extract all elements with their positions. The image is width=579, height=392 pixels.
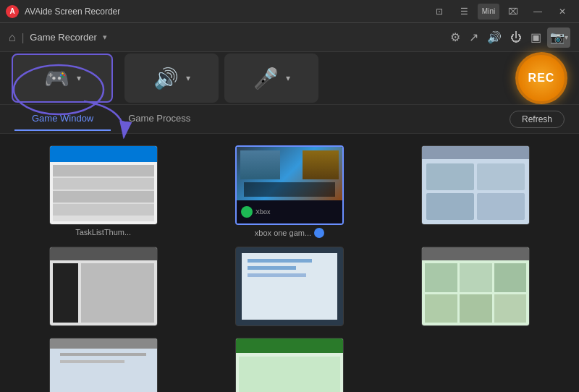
refresh-button[interactable]: Refresh xyxy=(510,111,565,128)
thumb-xbox: Xbox xyxy=(235,145,344,225)
thumb-sidebar xyxy=(53,263,78,323)
audio-source-card[interactable]: 🔊 ▾ xyxy=(124,54,219,103)
camera-button[interactable]: 📷 ▾ xyxy=(547,27,570,48)
list-item[interactable] xyxy=(14,338,192,392)
camera-icon: 📷 xyxy=(550,30,565,44)
thumb-game-label: Xbox xyxy=(255,208,271,216)
thumb-window1 xyxy=(49,247,158,326)
thumb-detail xyxy=(244,182,335,197)
thumb-bg xyxy=(422,247,529,325)
app-icon: A xyxy=(6,5,19,18)
thumb-cell xyxy=(494,263,527,292)
game-dialog: ≡ Game Window Game Process Refresh xyxy=(0,105,579,392)
tab-game-window[interactable]: Game Window xyxy=(14,107,111,131)
camera-chevron: ▾ xyxy=(565,33,568,41)
thumb-grid xyxy=(426,163,525,220)
toolbar: ⌂ | Game Recorder ▾ ⚙ ↗ 🔊 ⏻ ▣ 📷 ▾ xyxy=(0,23,579,52)
close-button[interactable]: ✕ xyxy=(551,4,573,20)
item-label: TaskListThum... xyxy=(75,228,131,237)
list-item[interactable]: Xbox xbox one gam... xyxy=(200,145,378,238)
window-grid: TaskListThum... Xbo xyxy=(14,145,565,392)
minimize-button[interactable]: — xyxy=(527,4,549,20)
thumb-bar xyxy=(248,259,312,263)
thumb-cell xyxy=(426,163,474,190)
export-icon[interactable]: ↗ xyxy=(469,30,478,44)
thumb-line xyxy=(60,353,145,356)
pin-button[interactable]: ⌧ xyxy=(502,4,524,20)
thumb-body xyxy=(239,357,340,392)
tab-row: Game Window Game Process Refresh xyxy=(0,105,579,134)
controls-row: 🎮 ▾ 🔊 ▾ 🎤 ▾ REC xyxy=(0,52,579,105)
thumb-bar xyxy=(248,266,296,270)
thumb-cell xyxy=(477,163,525,190)
thumb-inner xyxy=(242,253,337,320)
thumb-detail xyxy=(240,150,280,179)
thumb-footer: Xbox xyxy=(237,200,342,223)
section-title: Game Recorder xyxy=(30,32,96,43)
game-chevron-icon: ▾ xyxy=(77,73,81,83)
captions-button[interactable]: ⊡ xyxy=(428,4,450,20)
menu-button[interactable]: ☰ xyxy=(453,4,475,20)
thumb-bar xyxy=(50,338,157,349)
audio-chevron-icon: ▾ xyxy=(186,73,190,83)
list-item[interactable]: TaskListThum... xyxy=(14,145,192,238)
mic-chevron-icon: ▾ xyxy=(286,73,290,83)
window-grid-container[interactable]: TaskListThum... Xbo xyxy=(0,134,579,392)
thumb-titlebar xyxy=(50,247,157,260)
rec-label: REC xyxy=(528,72,555,85)
settings-icon[interactable]: ⚙ xyxy=(450,30,460,44)
mini-button[interactable]: Mini xyxy=(478,4,499,20)
gamepad-icon: 🎮 xyxy=(44,67,69,90)
thumb-bar xyxy=(422,146,529,159)
mic-source-card[interactable]: 🎤 ▾ xyxy=(224,54,318,103)
thumb-cell xyxy=(460,263,492,292)
separator: | xyxy=(22,32,25,43)
rec-area: REC xyxy=(515,52,567,104)
speaker-icon: 🔊 xyxy=(153,67,179,90)
thumb-window2 xyxy=(235,247,344,326)
thumb-content xyxy=(53,165,154,221)
list-item[interactable] xyxy=(14,247,192,329)
power-icon[interactable]: ⏻ xyxy=(510,31,522,44)
toolbar-icons: ⚙ ↗ 🔊 ⏻ ▣ xyxy=(450,30,541,44)
audio-settings-icon[interactable]: 🔊 xyxy=(487,30,502,44)
list-item[interactable] xyxy=(387,145,565,238)
thumb-line xyxy=(60,360,124,363)
main-area: 🎮 ▾ 🔊 ▾ 🎤 ▾ REC ≡ xyxy=(0,52,579,392)
thumb-bg xyxy=(422,146,529,224)
list-item[interactable] xyxy=(200,247,378,329)
thumb-cell xyxy=(425,294,457,323)
game-source-card[interactable]: 🎮 ▾ xyxy=(12,54,113,103)
thumb-cell xyxy=(460,294,492,323)
thumb-row xyxy=(53,165,154,176)
thumb-detail xyxy=(303,150,339,179)
home-icon[interactable]: ⌂ xyxy=(9,31,16,44)
titlebar-controls: ⊡ ☰ Mini ⌧ — ✕ xyxy=(428,4,573,20)
thumb-row xyxy=(53,191,154,203)
list-item[interactable] xyxy=(200,338,378,392)
section-chevron[interactable]: ▾ xyxy=(103,33,107,42)
thumb-cell xyxy=(426,193,474,220)
tab-game-process[interactable]: Game Process xyxy=(111,107,208,131)
titlebar: A AVAide Screen Recorder ⊡ ☰ Mini ⌧ — ✕ xyxy=(0,0,579,23)
chrome-icon xyxy=(314,228,324,238)
thumb-image-area xyxy=(237,147,342,200)
list-item[interactable] xyxy=(387,247,565,329)
thumb-bottom1 xyxy=(49,338,158,392)
thumb-grid xyxy=(425,263,526,323)
thumb-tasklist xyxy=(49,145,158,225)
thumb-game-icon xyxy=(241,206,253,218)
thumb-main xyxy=(81,263,154,323)
thumb-row xyxy=(53,204,154,216)
thumb-tasklist-bg xyxy=(50,146,157,224)
thumb-header xyxy=(236,338,343,353)
rec-button[interactable]: REC xyxy=(515,52,567,104)
thumb-bar xyxy=(248,273,306,277)
thumb-bg xyxy=(236,247,343,325)
thumb-bar xyxy=(50,146,157,162)
thumb-bg xyxy=(50,338,157,392)
thumb-xbox-bg: Xbox xyxy=(237,147,342,223)
thumb-bar xyxy=(422,247,529,260)
battery-icon[interactable]: ▣ xyxy=(531,30,541,44)
thumb-bg xyxy=(50,247,157,325)
